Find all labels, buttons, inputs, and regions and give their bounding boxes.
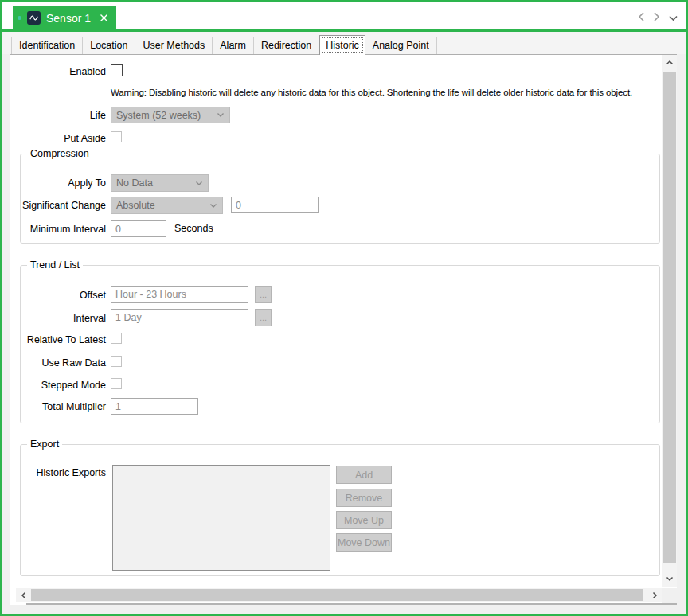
tab-alarm[interactable]: Alarm bbox=[213, 37, 254, 54]
tab-redirection[interactable]: Redirection bbox=[254, 37, 319, 54]
add-button[interactable]: Add bbox=[336, 466, 392, 484]
scroll-left-icon[interactable] bbox=[16, 588, 30, 602]
chevron-down-icon[interactable] bbox=[668, 13, 678, 24]
life-dropdown[interactable]: System (52 weeks) bbox=[111, 107, 230, 123]
significant-change-dropdown-value: Absolute bbox=[116, 200, 155, 211]
relative-to-latest-label: Relative To Latest bbox=[10, 333, 106, 346]
vertical-scrollbar-thumb[interactable] bbox=[663, 72, 676, 563]
document-tab-title: Sensor 1 bbox=[46, 12, 91, 25]
move-down-button[interactable]: Move Down bbox=[336, 533, 392, 552]
close-icon[interactable] bbox=[100, 14, 108, 22]
chevron-left-icon[interactable] bbox=[638, 11, 645, 25]
document-tab-sensor-1[interactable]: Sensor 1 bbox=[13, 6, 116, 29]
remove-button[interactable]: Remove bbox=[336, 489, 392, 507]
tab-navigation bbox=[638, 11, 678, 25]
tab-analog-point[interactable]: Analog Point bbox=[366, 37, 437, 54]
horizontal-scrollbar[interactable] bbox=[16, 588, 662, 602]
stepped-mode-checkbox[interactable] bbox=[111, 378, 122, 389]
tab-identification[interactable]: Identification bbox=[11, 37, 83, 54]
compression-legend: Compression bbox=[27, 148, 92, 159]
significant-change-dropdown[interactable]: Absolute bbox=[111, 197, 223, 214]
relative-to-latest-checkbox[interactable] bbox=[111, 333, 122, 344]
tab-strip: Identification Location User Methods Ala… bbox=[2, 32, 686, 54]
move-up-button[interactable]: Move Up bbox=[336, 511, 392, 529]
tab-location[interactable]: Location bbox=[83, 37, 135, 54]
life-dropdown-value: System (52 weeks) bbox=[116, 110, 201, 121]
life-label: Life bbox=[10, 109, 106, 122]
total-multiplier-label: Total Multiplier bbox=[10, 400, 106, 413]
horizontal-scrollbar-thumb[interactable] bbox=[31, 589, 643, 601]
apply-to-dropdown[interactable]: No Data bbox=[111, 174, 209, 192]
tab-user-methods[interactable]: User Methods bbox=[135, 37, 213, 54]
vertical-scrollbar[interactable] bbox=[662, 55, 677, 587]
use-raw-data-label: Use Raw Data bbox=[10, 357, 106, 369]
interval-label: Interval bbox=[10, 312, 106, 325]
minimum-interval-label: Minimum Interval bbox=[10, 223, 106, 236]
minimum-interval-units-label: Seconds bbox=[174, 223, 213, 234]
scroll-down-icon[interactable] bbox=[662, 571, 677, 587]
scroll-up-icon[interactable] bbox=[662, 55, 677, 70]
offset-label: Offset bbox=[10, 289, 106, 302]
put-aside-label: Put Aside bbox=[10, 132, 106, 145]
scroll-right-icon[interactable] bbox=[647, 588, 662, 602]
minimum-interval-input[interactable] bbox=[111, 220, 166, 237]
document-tab-bar: Sensor 1 bbox=[2, 2, 686, 29]
historic-warning-text: Warning: Disabling historic will delete … bbox=[111, 88, 632, 97]
chevron-down-icon bbox=[195, 181, 203, 186]
chevron-down-icon bbox=[217, 112, 225, 118]
apply-to-label: Apply To bbox=[10, 177, 106, 189]
apply-to-dropdown-value: No Data bbox=[116, 177, 153, 189]
app-window: Sensor 1 Identification Location User Me… bbox=[0, 0, 688, 616]
historic-exports-label: Historic Exports bbox=[10, 466, 106, 479]
historic-tab-page: Enabled Warning: Disabling historic will… bbox=[10, 54, 677, 605]
put-aside-checkbox[interactable] bbox=[111, 131, 122, 142]
total-multiplier-input[interactable] bbox=[111, 398, 198, 415]
trend-list-legend: Trend / List bbox=[27, 259, 83, 271]
offset-input[interactable] bbox=[111, 286, 248, 303]
significant-change-label: Significant Change bbox=[10, 199, 106, 212]
export-legend: Export bbox=[27, 439, 62, 450]
panel-bottom-edge bbox=[26, 603, 677, 605]
enabled-checkbox[interactable] bbox=[111, 64, 123, 76]
historic-exports-listbox[interactable] bbox=[112, 465, 330, 571]
chevron-right-icon[interactable] bbox=[653, 11, 660, 25]
waveform-icon bbox=[27, 11, 41, 25]
stepped-mode-label: Stepped Mode bbox=[10, 379, 106, 392]
interval-input[interactable] bbox=[111, 309, 248, 326]
chevron-down-icon bbox=[209, 203, 217, 209]
use-raw-data-checkbox[interactable] bbox=[111, 356, 122, 367]
tab-historic[interactable]: Historic bbox=[319, 35, 366, 55]
scrollbar-corner bbox=[662, 588, 678, 603]
significant-change-amount-input[interactable] bbox=[231, 197, 319, 213]
interval-browse-button[interactable]: ... bbox=[255, 309, 272, 326]
status-dot-icon bbox=[18, 16, 22, 20]
enabled-label: Enabled bbox=[10, 65, 106, 78]
offset-browse-button[interactable]: ... bbox=[255, 286, 272, 303]
